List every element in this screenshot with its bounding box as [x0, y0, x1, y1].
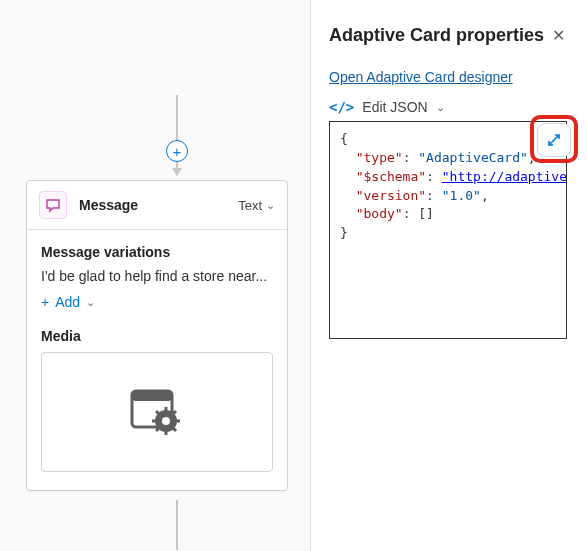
connector-line — [176, 500, 178, 550]
add-variation-button[interactable]: + Add ⌄ — [41, 294, 95, 310]
svg-rect-1 — [132, 391, 172, 401]
json-text: { — [340, 131, 348, 146]
svg-line-8 — [156, 411, 159, 414]
svg-point-3 — [162, 417, 170, 425]
media-heading: Media — [41, 328, 273, 344]
variations-heading: Message variations — [41, 244, 273, 260]
edit-json-label: Edit JSON — [362, 99, 427, 115]
connector-line — [176, 95, 178, 175]
add-node-button[interactable]: + — [166, 140, 188, 162]
variation-text[interactable]: I'd be glad to help find a store near... — [41, 268, 273, 284]
media-settings-icon — [128, 387, 186, 437]
svg-line-9 — [173, 428, 176, 431]
json-text: , — [528, 150, 536, 165]
message-icon — [39, 191, 67, 219]
node-title: Message — [79, 197, 226, 213]
code-icon: </> — [329, 99, 354, 115]
panel-title: Adaptive Card properties — [329, 25, 544, 46]
chevron-down-icon: ⌄ — [436, 101, 445, 114]
expand-editor-button[interactable] — [537, 123, 571, 157]
json-text: : — [403, 206, 419, 221]
json-text: , — [481, 188, 489, 203]
json-schema-link[interactable]: "http://adaptivecards.i — [442, 169, 567, 184]
type-dropdown[interactable]: Text ⌄ — [238, 198, 275, 213]
node-header: Message Text ⌄ — [27, 181, 287, 230]
expand-icon — [546, 132, 562, 148]
json-text: "$schema" — [356, 169, 426, 184]
json-text: "body" — [356, 206, 403, 221]
chevron-down-icon: ⌄ — [266, 199, 275, 212]
media-placeholder[interactable] — [41, 352, 273, 472]
json-text: "version" — [356, 188, 426, 203]
message-node[interactable]: Message Text ⌄ Message variations I'd be… — [26, 180, 288, 491]
json-text: : — [426, 169, 442, 184]
plus-icon: + — [173, 144, 182, 159]
arrow-down-icon — [172, 168, 182, 176]
json-text: "type" — [356, 150, 403, 165]
json-text: "1.0" — [442, 188, 481, 203]
json-text: : — [426, 188, 442, 203]
flow-canvas: + Message Text ⌄ Message variations I'd … — [0, 0, 310, 551]
svg-line-10 — [156, 428, 159, 431]
type-label: Text — [238, 198, 262, 213]
json-text: [] — [418, 206, 434, 221]
add-label: Add — [55, 294, 80, 310]
plus-icon: + — [41, 294, 49, 310]
json-text: "AdaptiveCard" — [418, 150, 528, 165]
json-editor[interactable]: { "type": "AdaptiveCard", "$schema": "ht… — [329, 121, 567, 339]
edit-json-dropdown[interactable]: </> Edit JSON ⌄ — [329, 99, 569, 115]
json-text: : — [403, 150, 419, 165]
chevron-down-icon: ⌄ — [86, 296, 95, 309]
properties-panel: Adaptive Card properties ✕ Open Adaptive… — [310, 0, 587, 551]
open-designer-link[interactable]: Open Adaptive Card designer — [329, 69, 513, 85]
svg-line-11 — [173, 411, 176, 414]
close-button[interactable]: ✕ — [548, 22, 569, 49]
json-text: } — [340, 225, 348, 240]
